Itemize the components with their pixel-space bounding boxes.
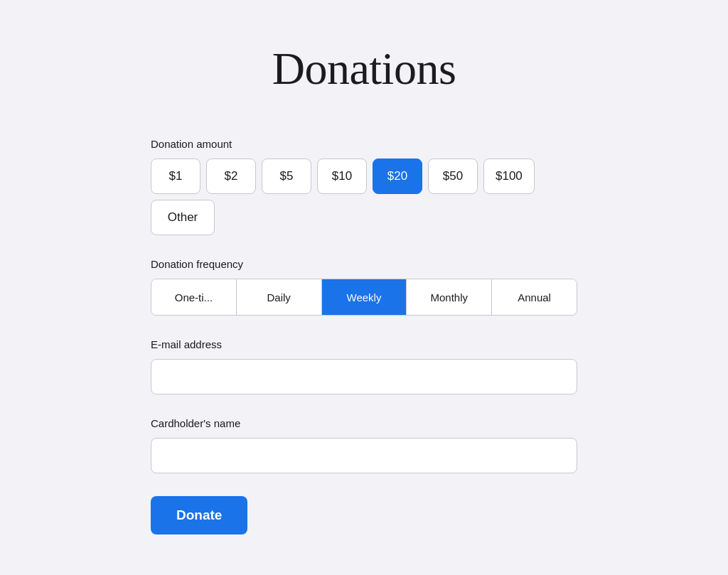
donation-frequency-label: Donation frequency xyxy=(151,258,577,270)
cardholder-input[interactable] xyxy=(151,438,577,473)
frequency-btn-monthly[interactable]: Monthly xyxy=(407,279,492,315)
frequency-btn-weekly[interactable]: Weekly xyxy=(322,279,407,315)
email-section: E-mail address xyxy=(151,338,577,394)
donation-amount-label: Donation amount xyxy=(151,138,577,150)
amount-btn-1[interactable]: $1 xyxy=(151,158,200,194)
submit-section: Donate xyxy=(151,496,577,534)
frequency-btn-daily[interactable]: Daily xyxy=(237,279,322,315)
cardholder-label: Cardholder's name xyxy=(151,417,577,429)
amount-btn-100[interactable]: $100 xyxy=(483,158,535,194)
amount-btn-50[interactable]: $50 xyxy=(428,158,478,194)
frequency-row: One-ti... Daily Weekly Monthly Annual xyxy=(151,279,577,316)
cardholder-section: Cardholder's name xyxy=(151,417,577,473)
donation-frequency-section: Donation frequency One-ti... Daily Weekl… xyxy=(151,258,577,316)
amount-btn-20[interactable]: $20 xyxy=(373,158,422,194)
email-label: E-mail address xyxy=(151,338,577,350)
page-title: Donations xyxy=(272,43,456,95)
amount-btn-2[interactable]: $2 xyxy=(206,158,256,194)
frequency-btn-annual[interactable]: Annual xyxy=(492,279,577,315)
email-input[interactable] xyxy=(151,359,577,394)
amount-grid: $1 $2 $5 $10 $20 $50 $100 Other xyxy=(151,158,577,235)
page-container: Donations Donation amount $1 $2 $5 $10 $… xyxy=(0,0,728,575)
form-container: Donation amount $1 $2 $5 $10 $20 $50 $10… xyxy=(151,138,577,557)
donation-amount-section: Donation amount $1 $2 $5 $10 $20 $50 $10… xyxy=(151,138,577,235)
amount-btn-10[interactable]: $10 xyxy=(317,158,367,194)
donate-button[interactable]: Donate xyxy=(151,496,247,534)
amount-btn-other[interactable]: Other xyxy=(151,200,215,235)
frequency-btn-one-time[interactable]: One-ti... xyxy=(151,279,237,315)
amount-btn-5[interactable]: $5 xyxy=(262,158,311,194)
